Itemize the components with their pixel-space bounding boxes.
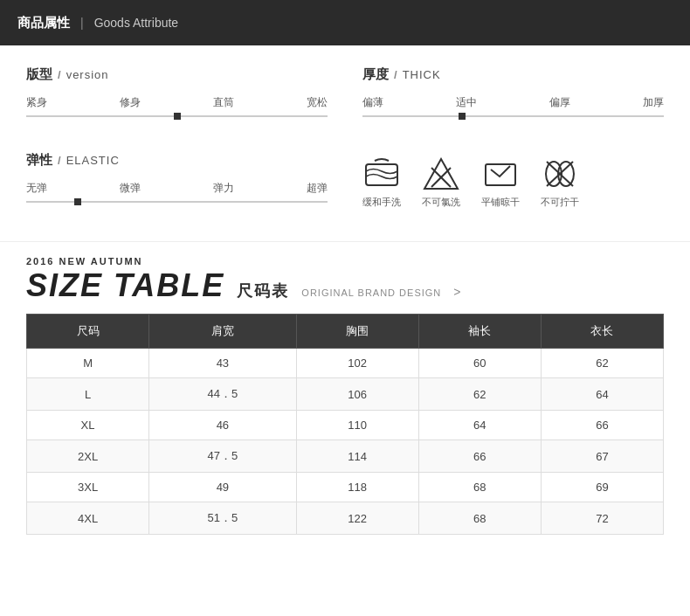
table-row: 3XL491186869	[27, 473, 664, 502]
size-table: 尺码 肩宽 胸围 袖长 衣长 M431026062L44．51066264XL4…	[26, 314, 664, 535]
table-cell: 67	[541, 440, 663, 473]
table-cell: 46	[149, 411, 296, 440]
version-slash: /	[58, 68, 61, 81]
table-cell: 62	[418, 378, 541, 411]
thickness-label: 厚度 / THICK	[362, 66, 664, 83]
thickness-track	[362, 115, 664, 117]
elastic-zh: 弹性	[26, 152, 52, 169]
col-header-shoulder: 肩宽	[149, 315, 296, 349]
attributes-grid: 版型 / version 紧身 修身 直筒 宽松 厚度 /	[26, 66, 664, 220]
table-cell: L	[27, 378, 149, 411]
table-header-row: 尺码 肩宽 胸围 袖长 衣长	[27, 315, 664, 349]
size-title-zh: 尺码表	[237, 280, 289, 301]
table-cell: 64	[541, 378, 663, 411]
table-cell: 68	[418, 473, 541, 502]
header-en-title: Goods Attribute	[94, 16, 179, 30]
version-zh: 版型	[26, 66, 52, 83]
table-cell: 72	[541, 502, 663, 535]
flat-dry-label: 平铺晾干	[481, 196, 520, 209]
thickness-slash: /	[394, 68, 397, 81]
table-cell: 49	[149, 473, 296, 502]
care-no-wring: 不可拧干	[541, 157, 579, 209]
table-cell: 106	[296, 378, 418, 411]
elastic-track	[26, 201, 328, 203]
col-header-chest: 胸围	[296, 315, 418, 349]
care-flat-dry: 平铺晾干	[481, 157, 520, 209]
thickness-slider: 偏薄 适中 偏厚 加厚	[362, 95, 664, 126]
table-cell: 66	[418, 440, 541, 473]
care-icons-block: 缓和手洗 不可氯洗	[362, 152, 664, 211]
table-cell: 114	[296, 440, 418, 473]
table-cell: 43	[149, 349, 296, 378]
size-chevron: >	[453, 285, 460, 299]
gentle-wash-label: 缓和手洗	[362, 196, 401, 209]
table-row: 4XL51．51226872	[27, 502, 664, 535]
version-indicator	[174, 113, 181, 120]
table-cell: 118	[296, 473, 418, 502]
table-cell: 62	[541, 349, 663, 378]
table-cell: 60	[418, 349, 541, 378]
table-row: M431026062	[27, 349, 664, 378]
elastic-en: ELASTIC	[66, 154, 120, 167]
care-icons-row: 缓和手洗 不可氯洗	[362, 157, 664, 209]
flat-dry-icon	[482, 157, 519, 190]
gentle-wash-icon	[363, 157, 400, 190]
no-bleach-label: 不可氯洗	[422, 196, 460, 209]
svg-marker-1	[424, 159, 458, 189]
thickness-en: THICK	[403, 68, 441, 81]
table-cell: 69	[541, 473, 663, 502]
header-zh-title: 商品属性	[17, 15, 70, 31]
col-header-length: 衣长	[541, 315, 663, 349]
elastic-label: 弹性 / ELASTIC	[26, 152, 328, 169]
thickness-indicator	[459, 113, 466, 120]
version-block: 版型 / version 紧身 修身 直筒 宽松	[26, 66, 328, 126]
thickness-zh: 厚度	[362, 66, 389, 83]
size-season: 2016 NEW AUTUMN	[26, 256, 664, 266]
table-row: L44．51066264	[27, 378, 664, 411]
elastic-labels: 无弹 微弹 弹力 超弹	[26, 181, 328, 196]
size-title-en: SIZE TABLE	[26, 270, 224, 301]
table-cell: 110	[296, 411, 418, 440]
goods-attribute-header: 商品属性 | Goods Attribute	[0, 0, 690, 45]
version-slider: 紧身 修身 直筒 宽松	[26, 95, 328, 126]
thickness-block: 厚度 / THICK 偏薄 适中 偏厚 加厚	[362, 66, 664, 126]
table-row: XL461106466	[27, 411, 664, 440]
care-gentle-wash: 缓和手洗	[362, 157, 401, 209]
care-no-bleach: 不可氯洗	[422, 157, 460, 209]
table-cell: 68	[418, 502, 541, 535]
table-cell: 44．5	[149, 378, 296, 411]
no-bleach-icon	[423, 157, 459, 190]
table-cell: 122	[296, 502, 418, 535]
table-cell: 51．5	[149, 502, 296, 535]
table-cell: 4XL	[27, 502, 149, 535]
version-en: version	[66, 68, 109, 81]
col-header-sleeve: 袖长	[418, 315, 541, 349]
version-labels: 紧身 修身 直筒 宽松	[26, 95, 328, 110]
attributes-section: 版型 / version 紧身 修身 直筒 宽松 厚度 /	[0, 45, 690, 234]
thickness-labels: 偏薄 适中 偏厚 加厚	[362, 95, 664, 110]
no-wring-icon	[542, 157, 578, 190]
elastic-block: 弹性 / ELASTIC 无弹 微弹 弹力 超弹	[26, 152, 328, 211]
table-cell: M	[27, 349, 149, 378]
header-divider: |	[80, 16, 84, 30]
table-row: 2XL47．51146667	[27, 440, 664, 473]
table-cell: 66	[541, 411, 663, 440]
elastic-indicator	[74, 198, 81, 205]
size-subtitle: ORIGINAL BRAND DESIGN	[301, 287, 441, 298]
table-cell: 2XL	[27, 440, 149, 473]
table-cell: 64	[418, 411, 541, 440]
table-cell: 3XL	[27, 473, 149, 502]
version-label: 版型 / version	[26, 66, 328, 83]
elastic-slider: 无弹 微弹 弹力 超弹	[26, 181, 328, 211]
no-wring-label: 不可拧干	[541, 196, 579, 209]
size-section: 2016 NEW AUTUMN SIZE TABLE 尺码表 ORIGINAL …	[0, 241, 690, 552]
size-header-row: SIZE TABLE 尺码表 ORIGINAL BRAND DESIGN >	[26, 270, 664, 301]
table-cell: XL	[27, 411, 149, 440]
col-header-size: 尺码	[27, 315, 149, 349]
table-cell: 47．5	[149, 440, 296, 473]
table-cell: 102	[296, 349, 418, 378]
elastic-slash: /	[58, 154, 61, 167]
version-track	[26, 115, 328, 117]
